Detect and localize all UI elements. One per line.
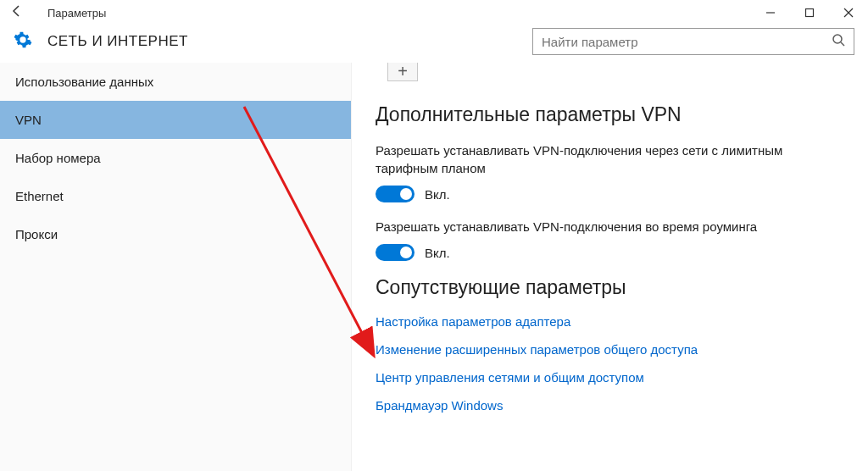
link-adapter-settings[interactable]: Настройка параметров адаптера — [376, 314, 844, 329]
svg-line-5 — [841, 42, 844, 46]
related-settings: Сопутствующие параметры Настройка параме… — [376, 276, 844, 413]
svg-point-4 — [833, 35, 842, 43]
section-title: СЕТЬ И ИНТЕРНЕТ — [47, 33, 188, 50]
search-box[interactable] — [532, 28, 854, 55]
minimize-button[interactable] — [751, 0, 790, 25]
toggle-state: Вкл. — [425, 187, 450, 202]
body: Использование данных VPN Набор номера Et… — [0, 63, 868, 471]
back-button[interactable] — [7, 4, 27, 21]
toggle-metered[interactable] — [376, 186, 415, 202]
link-network-center[interactable]: Центр управления сетями и общим доступом — [376, 370, 844, 385]
svg-rect-1 — [806, 9, 814, 17]
sidebar-item-label: Набор номера — [15, 151, 101, 165]
sidebar-item-label: Прокси — [15, 227, 58, 241]
sidebar: Использование данных VPN Набор номера Et… — [0, 63, 352, 471]
sidebar-item-proxy[interactable]: Прокси — [0, 215, 351, 253]
header: СЕТЬ И ИНТЕРНЕТ — [0, 25, 868, 63]
add-vpn-button[interactable]: + — [387, 63, 418, 81]
search-icon — [832, 33, 845, 50]
link-advanced-sharing[interactable]: Изменение расширенных параметров общего … — [376, 342, 844, 357]
sidebar-item-vpn[interactable]: VPN — [0, 101, 351, 139]
setting-roaming: Разрешать устанавливать VPN-подключения … — [376, 218, 844, 261]
setting-label: Разрешать устанавливать VPN-подключения … — [376, 141, 816, 177]
maximize-button[interactable] — [790, 0, 829, 25]
link-firewall[interactable]: Брандмауэр Windows — [376, 398, 844, 413]
close-button[interactable] — [829, 0, 868, 25]
titlebar: Параметры — [0, 0, 868, 25]
toggle-roaming[interactable] — [376, 244, 415, 261]
search-input[interactable] — [542, 35, 832, 49]
window-controls — [751, 0, 868, 25]
toggle-knob — [400, 188, 412, 200]
setting-metered: Разрешать устанавливать VPN-подключения … — [376, 141, 844, 202]
sidebar-item-dialup[interactable]: Набор номера — [0, 139, 351, 177]
toggle-knob — [400, 247, 412, 258]
sidebar-item-data-usage[interactable]: Использование данных — [0, 63, 351, 101]
plus-icon: + — [398, 63, 408, 81]
setting-label: Разрешать устанавливать VPN-подключения … — [376, 218, 816, 236]
sidebar-item-ethernet[interactable]: Ethernet — [0, 177, 351, 215]
toggle-state: Вкл. — [425, 246, 450, 260]
advanced-vpn-heading: Дополнительные параметры VPN — [376, 103, 844, 126]
content-pane: + Дополнительные параметры VPN Разрешать… — [352, 63, 868, 471]
sidebar-item-label: Использование данных — [15, 75, 153, 89]
sidebar-item-label: VPN — [15, 113, 42, 127]
window-title: Параметры — [47, 7, 106, 19]
gear-icon — [14, 30, 32, 53]
sidebar-item-label: Ethernet — [15, 189, 64, 203]
related-heading: Сопутствующие параметры — [376, 276, 844, 299]
